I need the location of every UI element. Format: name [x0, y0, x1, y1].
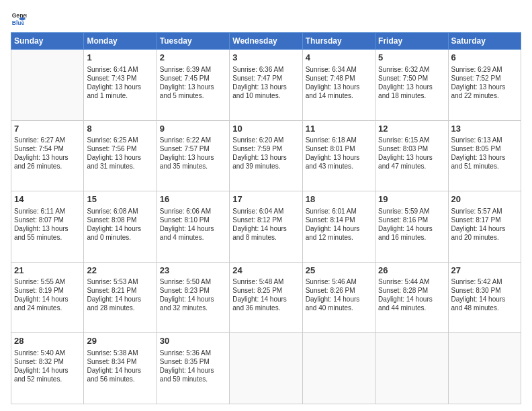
- calendar-cell: 2Sunrise: 6:39 AM Sunset: 7:45 PM Daylig…: [157, 50, 229, 121]
- calendar-cell: 28Sunrise: 5:40 AM Sunset: 8:32 PM Dayli…: [11, 333, 84, 404]
- day-number: 13: [451, 123, 518, 135]
- day-info: Sunrise: 5:59 AM Sunset: 8:16 PM Dayligh…: [378, 207, 445, 242]
- calendar-cell: [230, 333, 302, 404]
- day-info: Sunrise: 6:39 AM Sunset: 7:45 PM Dayligh…: [160, 65, 226, 100]
- day-number: 14: [14, 193, 81, 205]
- day-number: 7: [14, 123, 81, 135]
- day-info: Sunrise: 5:48 AM Sunset: 8:25 PM Dayligh…: [232, 277, 299, 312]
- day-number: 11: [306, 123, 372, 135]
- day-number: 20: [451, 193, 518, 205]
- day-number: 15: [87, 193, 153, 205]
- calendar-cell: 21Sunrise: 5:55 AM Sunset: 8:19 PM Dayli…: [11, 262, 84, 333]
- calendar-cell: 29Sunrise: 5:38 AM Sunset: 8:34 PM Dayli…: [84, 333, 157, 404]
- day-number: 22: [87, 265, 153, 277]
- day-number: 2: [160, 52, 226, 64]
- calendar-cell: 7Sunrise: 6:27 AM Sunset: 7:54 PM Daylig…: [11, 120, 84, 191]
- calendar-cell: 26Sunrise: 5:44 AM Sunset: 8:28 PM Dayli…: [375, 262, 448, 333]
- day-info: Sunrise: 6:20 AM Sunset: 7:59 PM Dayligh…: [232, 136, 299, 171]
- day-of-week-header: Wednesday: [230, 33, 302, 50]
- calendar-cell: 18Sunrise: 6:01 AM Sunset: 8:14 PM Dayli…: [302, 191, 375, 263]
- day-of-week-header: Tuesday: [157, 33, 229, 50]
- day-number: 4: [306, 52, 372, 64]
- calendar-cell: 4Sunrise: 6:34 AM Sunset: 7:48 PM Daylig…: [302, 50, 375, 121]
- calendar-week-row: 28Sunrise: 5:40 AM Sunset: 8:32 PM Dayli…: [11, 333, 521, 404]
- day-info: Sunrise: 6:29 AM Sunset: 7:52 PM Dayligh…: [451, 65, 518, 100]
- day-info: Sunrise: 6:04 AM Sunset: 8:12 PM Dayligh…: [232, 207, 299, 242]
- day-info: Sunrise: 6:18 AM Sunset: 8:01 PM Dayligh…: [306, 136, 372, 171]
- calendar-cell: 8Sunrise: 6:25 AM Sunset: 7:56 PM Daylig…: [84, 120, 157, 191]
- calendar-body: 1Sunrise: 6:41 AM Sunset: 7:43 PM Daylig…: [11, 50, 521, 404]
- calendar-cell: 14Sunrise: 6:11 AM Sunset: 8:07 PM Dayli…: [11, 191, 84, 263]
- calendar-week-row: 7Sunrise: 6:27 AM Sunset: 7:54 PM Daylig…: [11, 120, 521, 191]
- day-of-week-header: Sunday: [11, 33, 84, 50]
- calendar-week-row: 14Sunrise: 6:11 AM Sunset: 8:07 PM Dayli…: [11, 191, 521, 263]
- day-number: 17: [232, 193, 299, 205]
- day-number: 16: [160, 193, 226, 205]
- day-info: Sunrise: 5:36 AM Sunset: 8:35 PM Dayligh…: [160, 349, 226, 383]
- calendar-cell: 13Sunrise: 6:13 AM Sunset: 8:05 PM Dayli…: [448, 120, 521, 191]
- calendar-cell: 24Sunrise: 5:48 AM Sunset: 8:25 PM Dayli…: [230, 262, 302, 333]
- day-number: 30: [160, 335, 226, 347]
- day-number: 1: [87, 52, 153, 64]
- day-info: Sunrise: 5:50 AM Sunset: 8:23 PM Dayligh…: [160, 277, 226, 312]
- calendar-cell: [448, 333, 521, 404]
- day-number: 10: [232, 123, 299, 135]
- day-info: Sunrise: 6:27 AM Sunset: 7:54 PM Dayligh…: [14, 136, 81, 171]
- calendar-cell: 12Sunrise: 6:15 AM Sunset: 8:03 PM Dayli…: [375, 120, 448, 191]
- calendar-cell: 16Sunrise: 6:06 AM Sunset: 8:10 PM Dayli…: [157, 191, 229, 263]
- calendar-week-row: 21Sunrise: 5:55 AM Sunset: 8:19 PM Dayli…: [11, 262, 521, 333]
- day-number: 26: [378, 265, 445, 277]
- page-header: General Blue: [11, 11, 521, 27]
- day-number: 25: [306, 265, 372, 277]
- calendar-cell: 19Sunrise: 5:59 AM Sunset: 8:16 PM Dayli…: [375, 191, 448, 263]
- day-info: Sunrise: 6:34 AM Sunset: 7:48 PM Dayligh…: [306, 65, 372, 100]
- day-info: Sunrise: 5:57 AM Sunset: 8:17 PM Dayligh…: [451, 207, 518, 242]
- calendar-table: SundayMondayTuesdayWednesdayThursdayFrid…: [11, 32, 521, 404]
- day-info: Sunrise: 6:15 AM Sunset: 8:03 PM Dayligh…: [378, 136, 445, 171]
- day-number: 18: [306, 193, 372, 205]
- day-of-week-header: Saturday: [448, 33, 521, 50]
- logo: General Blue: [11, 11, 30, 27]
- day-info: Sunrise: 5:46 AM Sunset: 8:26 PM Dayligh…: [306, 277, 372, 312]
- calendar-cell: 3Sunrise: 6:36 AM Sunset: 7:47 PM Daylig…: [230, 50, 302, 121]
- calendar-week-row: 1Sunrise: 6:41 AM Sunset: 7:43 PM Daylig…: [11, 50, 521, 121]
- day-info: Sunrise: 6:36 AM Sunset: 7:47 PM Dayligh…: [232, 65, 299, 100]
- day-of-week-header: Thursday: [302, 33, 375, 50]
- day-info: Sunrise: 5:42 AM Sunset: 8:30 PM Dayligh…: [451, 277, 518, 312]
- day-info: Sunrise: 6:41 AM Sunset: 7:43 PM Dayligh…: [87, 65, 153, 100]
- calendar-cell: 17Sunrise: 6:04 AM Sunset: 8:12 PM Dayli…: [230, 191, 302, 263]
- calendar-cell: 20Sunrise: 5:57 AM Sunset: 8:17 PM Dayli…: [448, 191, 521, 263]
- calendar-cell: 30Sunrise: 5:36 AM Sunset: 8:35 PM Dayli…: [157, 333, 229, 404]
- day-number: 24: [232, 265, 299, 277]
- day-of-week-header: Friday: [375, 33, 448, 50]
- day-number: 9: [160, 123, 226, 135]
- calendar-cell: [11, 50, 84, 121]
- logo-icon: General Blue: [11, 11, 27, 27]
- day-info: Sunrise: 6:06 AM Sunset: 8:10 PM Dayligh…: [160, 207, 226, 242]
- calendar-cell: 1Sunrise: 6:41 AM Sunset: 7:43 PM Daylig…: [84, 50, 157, 121]
- calendar-cell: 9Sunrise: 6:22 AM Sunset: 7:57 PM Daylig…: [157, 120, 229, 191]
- calendar-cell: [302, 333, 375, 404]
- day-number: 6: [451, 52, 518, 64]
- day-number: 5: [378, 52, 445, 64]
- day-info: Sunrise: 5:44 AM Sunset: 8:28 PM Dayligh…: [378, 277, 445, 312]
- day-info: Sunrise: 5:55 AM Sunset: 8:19 PM Dayligh…: [14, 277, 81, 312]
- day-number: 19: [378, 193, 445, 205]
- calendar-cell: 23Sunrise: 5:50 AM Sunset: 8:23 PM Dayli…: [157, 262, 229, 333]
- day-number: 12: [378, 123, 445, 135]
- calendar-cell: 15Sunrise: 6:08 AM Sunset: 8:08 PM Dayli…: [84, 191, 157, 263]
- day-info: Sunrise: 6:01 AM Sunset: 8:14 PM Dayligh…: [306, 207, 372, 242]
- calendar-cell: 25Sunrise: 5:46 AM Sunset: 8:26 PM Dayli…: [302, 262, 375, 333]
- day-info: Sunrise: 6:32 AM Sunset: 7:50 PM Dayligh…: [378, 65, 445, 100]
- calendar-cell: [375, 333, 448, 404]
- calendar-cell: 6Sunrise: 6:29 AM Sunset: 7:52 PM Daylig…: [448, 50, 521, 121]
- day-info: Sunrise: 6:13 AM Sunset: 8:05 PM Dayligh…: [451, 136, 518, 171]
- day-number: 28: [14, 335, 81, 347]
- day-info: Sunrise: 6:25 AM Sunset: 7:56 PM Dayligh…: [87, 136, 153, 171]
- calendar-cell: 5Sunrise: 6:32 AM Sunset: 7:50 PM Daylig…: [375, 50, 448, 121]
- calendar-cell: 22Sunrise: 5:53 AM Sunset: 8:21 PM Dayli…: [84, 262, 157, 333]
- day-number: 3: [232, 52, 299, 64]
- day-info: Sunrise: 6:08 AM Sunset: 8:08 PM Dayligh…: [87, 207, 153, 242]
- day-number: 29: [87, 335, 153, 347]
- calendar-header-row: SundayMondayTuesdayWednesdayThursdayFrid…: [11, 33, 521, 50]
